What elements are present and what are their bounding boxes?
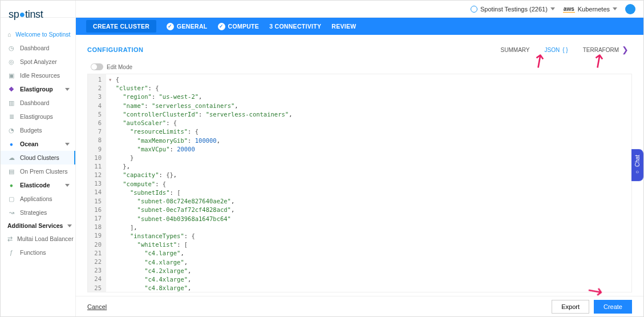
step-compute[interactable]: ✓COMPUTE	[218, 23, 260, 30]
footer: Cancel Export Create	[76, 296, 643, 316]
nav-eg-groups[interactable]: ≣Elastigroups	[1, 110, 75, 123]
nav-label: Elastigroup	[20, 86, 53, 93]
step-label: 3 CONNECTIVITY	[269, 23, 321, 30]
nav-label: Dashboard	[20, 99, 49, 106]
chevron-down-icon	[67, 224, 72, 227]
nav-label: Multai Load Balancer	[17, 235, 74, 242]
clock-icon: ◔	[7, 126, 15, 134]
chevron-down-icon	[65, 143, 70, 146]
tab-label: SUMMARY	[501, 47, 530, 53]
fn-icon: ƒ	[7, 248, 15, 256]
tab-terraform[interactable]: TERRAFORM❯	[580, 43, 632, 57]
org-name: Spotinst Testings (2261)	[480, 6, 548, 13]
nav-onprem-clusters[interactable]: ▤On Prem Clusters	[1, 164, 75, 178]
home-icon: ⌂	[7, 30, 11, 38]
nav-cloud-clusters[interactable]: ☁Cloud Clusters	[1, 151, 75, 164]
nav-section-additional[interactable]: Additional Services	[1, 219, 75, 232]
terraform-icon: ❯	[622, 45, 629, 54]
chevron-down-icon	[65, 88, 70, 91]
target-icon: ◎	[7, 58, 15, 66]
aws-icon: aws	[563, 6, 575, 13]
layers-icon: ≣	[7, 113, 15, 121]
nav-spot-analyzer[interactable]: ◎Spot Analyzer	[1, 55, 75, 69]
step-review[interactable]: REVIEW	[331, 23, 356, 30]
logo: sp●tinst	[1, 5, 75, 27]
nav-label: Budgets	[20, 127, 42, 134]
nav-label: Applications	[20, 195, 52, 202]
export-button[interactable]: Export	[552, 300, 589, 314]
step-label: GENERAL	[177, 23, 207, 30]
editor-gutter: 1234567891011121314151617181920212223242…	[88, 74, 106, 292]
step-label: REVIEW	[331, 23, 356, 30]
create-button[interactable]: Create	[594, 300, 632, 314]
nav-strategies[interactable]: ↝Strategies	[1, 206, 75, 219]
cluster-icon: ❖	[7, 85, 15, 93]
avatar[interactable]	[625, 4, 635, 14]
server-icon: ▤	[7, 167, 15, 175]
check-icon: ✓	[167, 23, 174, 30]
json-icon: { }	[562, 47, 568, 53]
create-cluster-button[interactable]: CREATE CLUSTER	[86, 20, 156, 33]
nav-label: Idle Resources	[20, 72, 60, 79]
nav-dashboard[interactable]: ◷Dashboard	[1, 41, 75, 55]
wizard-bar: CREATE CLUSTER ✓GENERAL ✓COMPUTE 3 CONNE…	[76, 18, 643, 35]
step-connectivity[interactable]: 3 CONNECTIVITY	[269, 23, 321, 30]
nav-label: Additional Services	[7, 222, 63, 229]
step-general[interactable]: ✓GENERAL	[167, 23, 207, 30]
nav-welcome[interactable]: ⌂Welcome to Spotinst	[1, 27, 75, 41]
edit-mode-label: Edit Mode	[107, 64, 132, 70]
provider-label: Kubernetes	[578, 6, 610, 13]
tab-summary[interactable]: SUMMARY	[497, 45, 533, 55]
chat-tab[interactable]: ○ Chat	[631, 149, 643, 181]
chevron-down-icon	[613, 7, 617, 10]
nav-label: Functions	[20, 249, 46, 256]
chart-icon: ▥	[7, 99, 15, 107]
nav-label: Welcome to Spotinst	[15, 31, 70, 38]
configuration-title: CONFIGURATION	[87, 46, 144, 53]
provider-selector[interactable]: aws Kubernetes	[563, 6, 617, 13]
box-icon: ▣	[7, 71, 15, 79]
sidebar: sp●tinst ⌂Welcome to Spotinst ◷Dashboard…	[1, 1, 76, 316]
chevron-down-icon	[65, 184, 70, 187]
tab-label: JSON	[545, 47, 560, 53]
nav-label: Cloud Clusters	[20, 154, 59, 161]
cloud-icon: ☁	[7, 154, 15, 162]
nav-section-elasticode[interactable]: ●Elasticode	[1, 178, 75, 192]
editor-code: ▾ { "cluster": { "region": "us-west-2", …	[106, 74, 631, 292]
gauge-icon: ◷	[7, 44, 15, 52]
nav-label: Spot Analyzer	[20, 58, 57, 65]
cancel-link[interactable]: Cancel	[87, 303, 107, 310]
nav-section-ocean[interactable]: ●Ocean	[1, 137, 75, 151]
edit-mode-toggle[interactable]	[91, 63, 103, 70]
globe-icon: ●	[7, 140, 15, 148]
nav-eg-dashboard[interactable]: ▥Dashboard	[1, 96, 75, 110]
app-icon: ▢	[7, 195, 15, 203]
nav-functions[interactable]: ƒFunctions	[1, 246, 75, 259]
nav-label: On Prem Clusters	[20, 168, 67, 175]
lb-icon: ⇄	[7, 235, 13, 243]
step-label: COMPUTE	[228, 23, 260, 30]
org-icon	[471, 6, 477, 13]
check-icon: ✓	[218, 23, 225, 30]
tab-label: TERRAFORM	[583, 47, 619, 53]
nav-idle-resources[interactable]: ▣Idle Resources	[1, 69, 75, 82]
nav-label: Strategies	[20, 209, 47, 216]
nav-applications[interactable]: ▢Applications	[1, 192, 75, 206]
nav-label: Elasticode	[20, 182, 50, 188]
json-editor[interactable]: 1234567891011121314151617181920212223242…	[87, 74, 632, 292]
strategy-icon: ↝	[7, 208, 15, 216]
tab-json[interactable]: JSON{ }	[541, 45, 572, 55]
nav-section-elastigroup[interactable]: ❖Elastigroup	[1, 82, 75, 96]
org-selector[interactable]: Spotinst Testings (2261)	[471, 6, 555, 13]
nav-label: Elastigroups	[20, 113, 53, 120]
nav-eg-budgets[interactable]: ◔Budgets	[1, 123, 75, 137]
dot-icon: ●	[7, 181, 15, 189]
chevron-down-icon	[550, 7, 555, 10]
nav-multai[interactable]: ⇄Multai Load Balancer	[1, 232, 75, 246]
nav-label: Dashboard	[20, 45, 49, 51]
chat-label: Chat	[634, 155, 641, 167]
nav-label: Ocean	[20, 141, 38, 147]
